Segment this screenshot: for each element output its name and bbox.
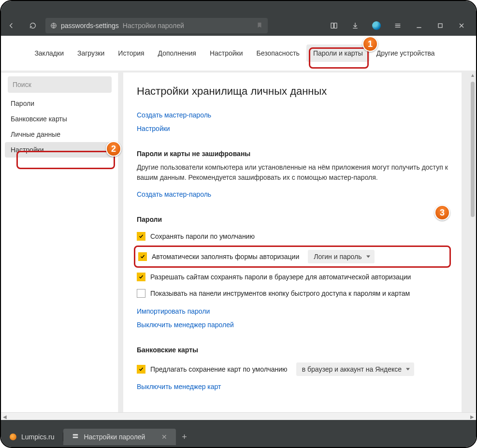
horizontal-scrollbar[interactable]: ◀ ▶ [1, 412, 476, 420]
nav-bookmarks[interactable]: Закладки [28, 44, 71, 62]
cards-destination-select[interactable]: в браузер и аккаунт на Яндексе [296, 362, 414, 376]
chk-save-passwords[interactable] [137, 232, 145, 241]
section-passwords-heading: Пароли [137, 216, 448, 223]
sidebar-item-settings[interactable]: Настройки [5, 142, 115, 158]
chk-allow-sites-save[interactable] [137, 273, 145, 281]
sidebar-search[interactable]: Поиск [8, 76, 112, 93]
menu-icon[interactable] [387, 16, 408, 35]
vertical-scrollbar[interactable]: ▲ [469, 71, 476, 420]
reload-button[interactable] [22, 16, 43, 35]
sidebar-item-cards[interactable]: Банковские карты [1, 111, 118, 127]
link-disable-pw-manager[interactable]: Выключить менеджер паролей [137, 321, 234, 329]
downloads-icon[interactable] [345, 16, 366, 35]
site-icon [50, 22, 57, 29]
browser-toolbar: passwords-settings Настройки паролей [1, 1, 476, 36]
back-button[interactable] [1, 16, 22, 35]
minimize-button[interactable] [408, 16, 430, 35]
sidebar-item-passwords[interactable]: Пароли [1, 96, 118, 111]
bookmark-icon[interactable] [256, 22, 263, 30]
link-create-master-pw-2[interactable]: Создать мастер-пароль [137, 190, 211, 198]
address-bar[interactable]: passwords-settings Настройки паролей [45, 18, 268, 33]
sidebar-item-personal[interactable]: Личные данные [1, 127, 118, 142]
chk-save-passwords-label: Сохранять пароли по умолчанию [150, 232, 255, 240]
svg-rect-1 [331, 23, 333, 29]
tab-bar: Lumpics.ru Настройки паролей ✕ + [1, 420, 476, 447]
annotation-3-badge: 3 [434, 205, 450, 220]
tab-close-icon[interactable]: ✕ [161, 433, 167, 441]
address-title: Настройки паролей [123, 22, 184, 29]
tab-lumpics[interactable]: Lumpics.ru [1, 429, 63, 445]
chk-save-cards[interactable] [137, 365, 145, 374]
extension-icon[interactable] [323, 16, 345, 35]
tab-password-settings-label: Настройки паролей [84, 433, 145, 441]
tab-password-settings-favicon [72, 433, 79, 441]
nav-security[interactable]: Безопасность [250, 44, 306, 62]
svg-rect-3 [438, 24, 442, 28]
nav-settings[interactable]: Настройки [203, 44, 250, 62]
chk-autofill-label: Автоматически заполнять формы авторизаци… [152, 253, 299, 260]
section-unencrypted-desc: Другие пользователи компьютера или устан… [137, 162, 448, 183]
nav-passwords-cards[interactable]: Пароли и карты [306, 44, 370, 62]
address-url: passwords-settings [61, 22, 119, 29]
close-window-button[interactable] [451, 16, 472, 35]
chk-toolbar-quick-access[interactable] [137, 289, 145, 298]
annotation-2-badge: 2 [106, 141, 121, 157]
nav-history[interactable]: История [111, 44, 151, 62]
svg-rect-5 [73, 436, 78, 438]
section-unencrypted-heading: Пароли и карты не зашифрованы [137, 150, 448, 158]
link-disable-card-manager[interactable]: Выключить менеджер карт [137, 383, 221, 390]
main-panel: Настройки хранилища личных данных Создат… [123, 72, 462, 418]
profile-icon[interactable] [366, 16, 387, 35]
search-placeholder: Поиск [13, 81, 31, 88]
nav-addons[interactable]: Дополнения [151, 44, 203, 62]
nav-downloads[interactable]: Загрузки [71, 44, 111, 62]
cards-destination-value: в браузер и аккаунт на Яндексе [302, 365, 402, 373]
link-create-master-pw[interactable]: Создать мастер-пароль [137, 111, 211, 119]
autofill-select-value: Логин и пароль [314, 253, 361, 260]
chk-save-cards-label: Предлагать сохранение карт по умолчанию [150, 365, 288, 373]
annotation-1-badge: 1 [362, 36, 378, 52]
tab-lumpics-label: Lumpics.ru [21, 433, 54, 441]
chk-autofill[interactable] [138, 252, 147, 261]
maximize-button[interactable] [430, 16, 451, 35]
tab-lumpics-favicon [10, 434, 16, 440]
chk-toolbar-quick-access-label: Показывать на панели инструментов кнопку… [150, 289, 410, 297]
autofill-select[interactable]: Логин и пароль [308, 250, 374, 263]
link-settings[interactable]: Настройки [137, 125, 170, 132]
new-tab-button[interactable]: + [176, 432, 192, 442]
sidebar: Поиск Пароли Банковские карты Личные дан… [1, 72, 118, 418]
section-cards-heading: Банковские карты [137, 346, 448, 354]
tab-password-settings[interactable]: Настройки паролей ✕ [63, 429, 176, 445]
nav-other-devices[interactable]: Другие устройства [370, 44, 442, 62]
settings-nav: Закладки Загрузки История Дополнения Нас… [1, 36, 476, 71]
chk-allow-sites-save-label: Разрешать сайтам сохранять пароли в брау… [150, 273, 411, 281]
page-title: Настройки хранилища личных данных [137, 85, 448, 98]
svg-rect-4 [73, 434, 78, 435]
svg-rect-2 [334, 23, 337, 29]
link-import-passwords[interactable]: Импортировать пароли [137, 307, 210, 315]
